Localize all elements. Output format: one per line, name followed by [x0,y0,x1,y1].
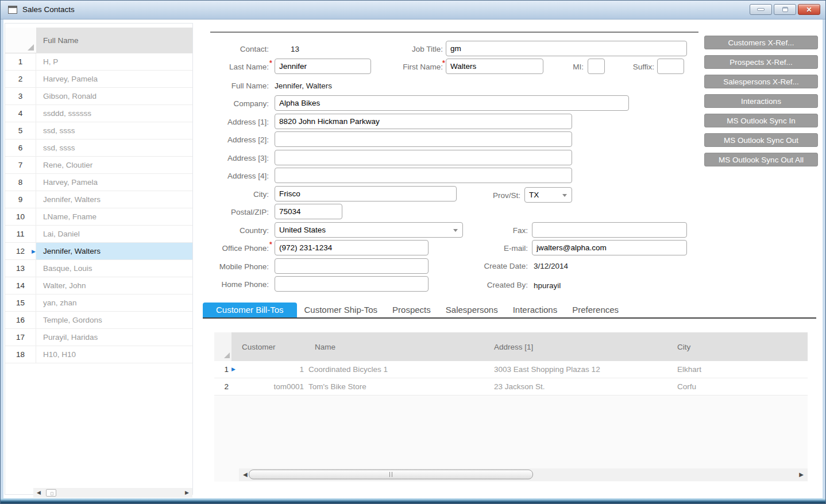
mi-input[interactable] [588,59,605,74]
tab-salespersons[interactable]: Salespersons [438,303,505,317]
tab-interactions[interactable]: Interactions [505,303,565,317]
contact-list-rows: 1H, P2Harvey, Pamela3Gibson, Ronald4ssdd… [5,53,192,363]
ms-outlook-sync-in-button[interactable]: MS Outlook Sync In [704,114,818,127]
office-phone-input[interactable] [275,240,429,255]
list-item[interactable]: 13Basque, Louis [5,260,192,277]
city-input[interactable] [275,186,457,201]
customers-x-ref-button[interactable]: Customers X-Ref... [704,36,818,49]
list-item-number: 2 [5,71,36,87]
list-item-name: yan, zhan [36,294,192,311]
address1-label: Address [1]: [196,118,269,126]
list-item-name: Gibson, Ronald [36,88,192,104]
minimize-button[interactable] [750,4,772,15]
list-item[interactable]: 16Temple, Gordons [5,312,192,329]
grid-hscrollbar[interactable]: ◀ ▶ [239,468,808,481]
list-item[interactable]: 14Walter, John [5,277,192,294]
list-item[interactable]: 4ssddd, ssssss [5,105,192,122]
scroll-right-arrow-icon[interactable]: ▶ [185,490,189,496]
list-item[interactable]: 17Purayil, Haridas [5,329,192,346]
grid-rows: 1▶1Coordinated Bicycles 13003 East Shopp… [214,361,808,396]
table-row[interactable]: 2tom0001Tom's Bike Store23 Jackson St.Co… [214,378,808,396]
first-name-label: First Name: [374,63,443,71]
full-name-value: Jennifer, Walters [275,82,332,90]
list-item-name: H, P [36,53,192,70]
list-item[interactable]: 8Harvey, Pamela [5,174,192,191]
salespersons-x-ref-button[interactable]: Salespersons X-Ref... [704,75,818,88]
address1-input[interactable] [275,114,572,129]
mobile-phone-input[interactable] [275,258,429,274]
list-item-number: 11 [5,226,36,242]
list-item[interactable]: 12▶Jennifer, Walters [5,243,192,260]
create-date-label: Create Date: [454,262,528,270]
home-phone-input[interactable] [275,276,429,292]
country-select[interactable]: United States [275,222,463,238]
company-input[interactable] [275,95,629,111]
column-header-address1[interactable]: Address [1] [486,332,664,361]
office-phone-label: Office Phone: [196,244,269,253]
window-left-edge [1,20,3,503]
interactions-button[interactable]: Interactions [704,94,818,108]
cell-customer: tom0001 [231,382,306,391]
first-name-input[interactable] [446,59,543,74]
column-header-name[interactable]: Name [306,332,486,361]
list-item[interactable]: 6ssd, ssss [5,139,192,157]
close-icon: ✕ [806,6,812,13]
column-header-customer[interactable]: Customer [231,332,306,361]
required-asterisk: * [269,241,272,249]
list-item-name: Harvey, Pamela [36,71,192,87]
close-button[interactable]: ✕ [798,4,820,15]
grid-corner-header[interactable] [214,332,231,361]
contact-list-hscrollbar[interactable]: ◀ ▶ [33,488,192,498]
scroll-thumb[interactable] [46,489,56,497]
last-name-input[interactable] [275,59,371,74]
cell-customer: 1 [231,365,306,374]
scroll-left-arrow-icon[interactable]: ◀ [243,471,248,478]
address4-input[interactable] [275,168,572,183]
tab-preferences[interactable]: Preferences [565,303,626,317]
postal-zip-input[interactable] [275,204,342,219]
row-number: 1▶ [214,365,231,374]
country-value: United States [279,226,326,234]
list-item-name: Rene, Cloutier [36,157,192,173]
cell-address1: 3003 East Shopping Plazas 12 [486,365,664,374]
column-header-city[interactable]: City [664,332,808,361]
address2-input[interactable] [275,131,572,147]
contact-list-corner-header[interactable] [5,28,36,53]
created-by-label: Created By: [454,281,528,289]
ms-outlook-sync-out-button[interactable]: MS Outlook Sync Out [704,133,818,147]
list-item[interactable]: 11Lai, Daniel [5,226,192,243]
contact-list-column-header[interactable]: Full Name [36,28,192,53]
job-title-input[interactable] [446,41,687,56]
created-by-value: hpurayil [534,281,561,290]
fax-input[interactable] [532,222,687,238]
list-item[interactable]: 15yan, zhan [5,294,192,312]
scroll-right-arrow-icon[interactable]: ▶ [799,471,804,478]
address3-input[interactable] [275,150,572,165]
address3-label: Address [3]: [196,154,269,162]
scroll-thumb[interactable] [249,470,533,479]
prospects-x-ref-button[interactable]: Prospects X-Ref... [704,55,818,69]
list-item-number: 5 [5,122,36,139]
list-item[interactable]: 18H10, H10 [5,346,192,363]
email-input[interactable] [532,240,687,255]
restore-button[interactable] [774,4,796,15]
list-item[interactable]: 1H, P [5,53,192,71]
list-item[interactable]: 3Gibson, Ronald [5,88,192,105]
list-item-name: ssddd, ssssss [36,105,192,122]
tab-prospects[interactable]: Prospects [385,303,438,317]
ms-outlook-sync-out-all-button[interactable]: MS Outlook Sync Out All [704,153,818,166]
list-item[interactable]: 10LName, Fname [5,208,192,226]
list-item[interactable]: 9Jennifer, Walters [5,191,192,208]
list-item[interactable]: 7Rene, Cloutier [5,157,192,174]
prov-st-select[interactable]: TX [524,187,572,203]
table-row[interactable]: 1▶1Coordinated Bicycles 13003 East Shopp… [214,361,808,378]
company-label: Company: [196,99,269,108]
list-item[interactable]: 2Harvey, Pamela [5,71,192,88]
list-item[interactable]: 5ssd, ssss [5,122,192,139]
list-item-name: Jennifer, Walters [36,191,192,208]
tab-customer-ship-tos[interactable]: Customer Ship-Tos [297,303,385,317]
scroll-left-arrow-icon[interactable]: ◀ [37,490,41,496]
tab-customer-bill-tos[interactable]: Customer Bill-Tos [203,303,297,317]
suffix-input[interactable] [657,59,684,74]
list-item-name: Temple, Gordons [36,312,192,328]
